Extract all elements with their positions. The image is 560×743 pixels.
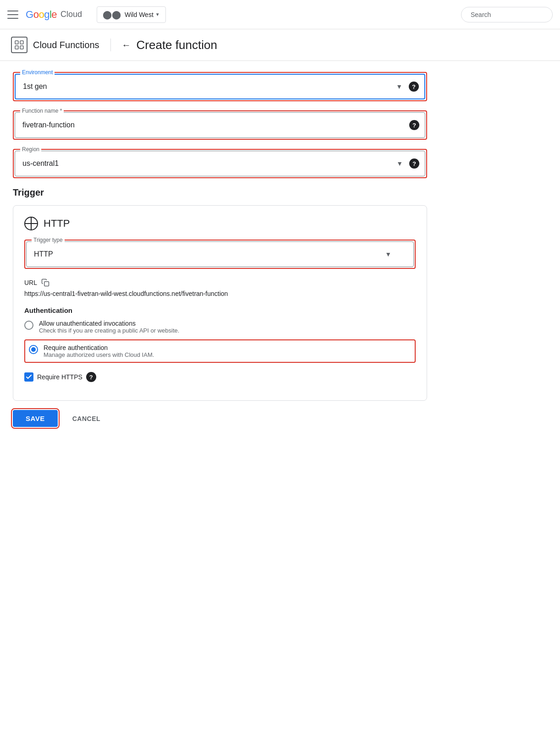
require-https-help-icon[interactable]: ? <box>86 372 96 382</box>
project-selector[interactable]: ⬤⬤ Wild West ▼ <box>97 6 166 23</box>
cloud-label: Cloud <box>60 10 82 19</box>
require-authentication-label: Require authentication <box>44 344 411 351</box>
region-select[interactable]: us-central1 ▼ ? <box>15 151 425 176</box>
environment-field: Environment 1st gen ▼ ? <box>15 74 425 99</box>
require-authentication-outline: Require authentication Manage authorized… <box>24 339 416 363</box>
authentication-section: Authentication Allow unauthenticated inv… <box>24 306 416 363</box>
allow-unauthenticated-option: Allow unauthenticated invocations Check … <box>24 320 416 334</box>
trigger-section-title: Trigger <box>13 187 427 198</box>
svg-rect-4 <box>44 282 49 286</box>
breadcrumb-bar: Cloud Functions ← Create function <box>0 29 560 61</box>
function-name-value: fivetran-function <box>22 121 75 129</box>
trigger-type-label-field: Trigger type <box>32 237 65 243</box>
environment-select[interactable]: 1st gen ▼ ? <box>15 74 425 99</box>
svg-rect-2 <box>15 46 18 49</box>
cancel-button[interactable]: CANCEL <box>65 410 108 427</box>
region-dropdown-icon: ▼ <box>396 160 403 167</box>
trigger-type-label: HTTP <box>44 218 70 229</box>
copy-url-button[interactable] <box>41 278 50 287</box>
button-row: SAVE CANCEL <box>13 410 427 427</box>
environment-help-icon[interactable]: ? <box>409 82 419 92</box>
environment-dropdown-icon: ▼ <box>396 83 402 90</box>
hamburger-menu-button[interactable] <box>7 9 18 20</box>
project-name: Wild West <box>125 11 154 18</box>
require-authentication-option: Require authentication Manage authorized… <box>29 344 411 358</box>
trigger-card: HTTP Trigger type HTTP ▼ URL <box>13 205 427 401</box>
require-authentication-text: Require authentication Manage authorized… <box>44 344 411 358</box>
require-https-label: Require HTTPS <box>37 373 82 381</box>
region-help-icon[interactable]: ? <box>409 158 419 169</box>
svg-rect-1 <box>20 41 23 44</box>
project-dropdown-arrow: ▼ <box>155 12 160 17</box>
function-name-field-outline: Function name * fivetran-function ? <box>13 110 427 140</box>
allow-unauthenticated-text: Allow unauthenticated invocations Check … <box>39 320 416 334</box>
url-label-row: URL <box>24 278 416 287</box>
require-https-checkbox[interactable] <box>24 372 33 382</box>
trigger-type-value: HTTP <box>34 250 53 258</box>
region-field: Region us-central1 ▼ ? <box>15 151 425 176</box>
require-https-row: Require HTTPS ? <box>24 372 416 382</box>
back-arrow-button[interactable]: ← <box>122 40 131 50</box>
project-icon: ⬤⬤ <box>103 10 121 20</box>
top-nav: Google Cloud ⬤⬤ Wild West ▼ Search <box>0 0 560 29</box>
region-value: us-central1 <box>22 159 59 168</box>
save-button[interactable]: SAVE <box>13 410 58 427</box>
function-name-field: Function name * fivetran-function ? <box>15 112 425 138</box>
search-placeholder: Search <box>471 11 491 18</box>
function-name-input[interactable]: fivetran-function ? <box>15 112 425 138</box>
url-value: https://us-central1-fivetran-wild-west.c… <box>24 290 416 297</box>
allow-unauthenticated-label: Allow unauthenticated invocations <box>39 320 416 327</box>
trigger-type-select[interactable]: HTTP ▼ <box>26 241 414 267</box>
region-field-outline: Region us-central1 ▼ ? <box>13 149 427 178</box>
google-logo: Google <box>26 9 57 21</box>
authentication-title: Authentication <box>24 306 416 314</box>
svg-rect-3 <box>20 46 23 49</box>
breadcrumb-service-name: Cloud Functions <box>33 40 99 50</box>
breadcrumb-divider <box>110 38 111 51</box>
require-authentication-description: Manage authorized users with Cloud IAM. <box>44 351 411 358</box>
require-authentication-radio[interactable] <box>29 345 38 354</box>
svg-rect-0 <box>15 41 18 44</box>
environment-label: Environment <box>20 69 55 76</box>
function-name-help-icon[interactable]: ? <box>409 120 419 130</box>
url-section: URL https://us-central1-fivetran-wild-we… <box>24 278 416 297</box>
trigger-type-dropdown-icon: ▼ <box>385 251 391 258</box>
search-box[interactable]: Search <box>461 7 553 22</box>
main-content: Environment 1st gen ▼ ? Function name * … <box>0 61 440 438</box>
cloud-functions-icon <box>11 37 27 53</box>
allow-unauthenticated-description: Check this if you are creating a public … <box>39 327 416 334</box>
trigger-type-field-outline: Trigger type HTTP ▼ <box>24 240 416 269</box>
page-title: Create function <box>137 38 217 52</box>
region-label: Region <box>20 146 41 153</box>
http-globe-icon <box>24 217 38 230</box>
environment-value: 1st gen <box>23 82 47 91</box>
trigger-type-header: HTTP <box>24 217 416 230</box>
url-label: URL <box>24 279 37 286</box>
environment-field-outline: Environment 1st gen ▼ ? <box>13 72 427 101</box>
allow-unauthenticated-radio[interactable] <box>24 321 33 330</box>
function-name-label: Function name * <box>20 108 64 114</box>
trigger-type-field: Trigger type HTTP ▼ <box>26 241 414 267</box>
